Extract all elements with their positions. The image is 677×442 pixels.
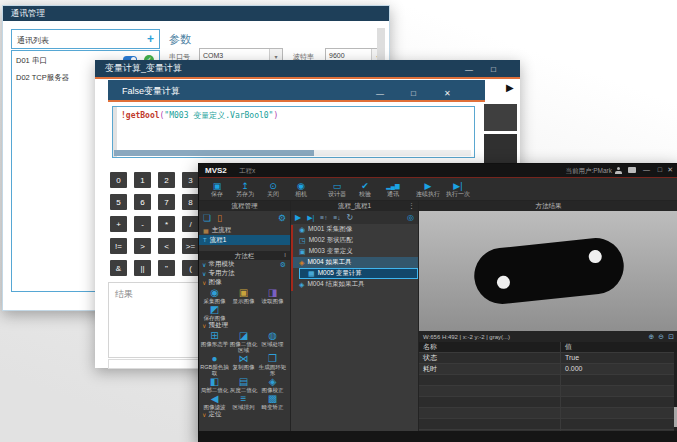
fit-view-icon[interactable]: ⊡ xyxy=(668,333,674,341)
toolbar-run-once-button[interactable]: ▶| 执行一次 xyxy=(444,181,472,198)
sort-up-icon[interactable]: ≡↑ xyxy=(320,214,327,221)
calc-key[interactable]: 6 xyxy=(134,194,151,210)
chevron-open-icon: ∨ xyxy=(202,261,206,268)
minimize-button[interactable]: — xyxy=(643,166,650,173)
tool-binarize-region[interactable]: ◪ 图像二值化区域 xyxy=(229,330,258,353)
comm-titlebar[interactable]: 通讯管理 xyxy=(3,6,389,21)
maximize-button[interactable]: □ xyxy=(411,83,416,105)
close-button[interactable]: ✕ xyxy=(667,166,673,174)
calc-key[interactable]: / xyxy=(182,216,199,232)
maximize-button[interactable]: □ xyxy=(491,61,496,78)
calc-key[interactable]: + xyxy=(110,216,127,232)
calc-key[interactable]: >= xyxy=(182,238,199,254)
calc-key[interactable]: & xyxy=(110,260,127,276)
display-image-icon: ▣ xyxy=(229,287,258,298)
tool-read-image[interactable]: ◨ 读取图像 xyxy=(258,287,287,304)
calc-key[interactable]: != xyxy=(110,238,127,254)
loop-icon[interactable]: ↻ xyxy=(346,213,353,222)
run-flow-icon[interactable]: ▶ xyxy=(295,213,301,222)
tool-rgb-extract[interactable]: ● RGB颜色抽取 xyxy=(200,353,229,376)
calc-key[interactable]: " xyxy=(158,260,175,276)
section-common-modules[interactable]: ∨ 常用模块 ⚙ xyxy=(199,260,290,269)
calc-key[interactable]: 3 xyxy=(182,172,199,188)
tool-image-filter[interactable]: ◀ 图像滤波 xyxy=(200,393,229,410)
run-once-icon[interactable]: ▶| xyxy=(307,214,314,222)
table-row[interactable]: 状态 True xyxy=(419,353,677,364)
tool-distortion-correct[interactable]: ▩ 畸变矫正 xyxy=(258,393,287,410)
inner-calc-titlebar[interactable]: False变量计算 — □ ✕ xyxy=(108,80,485,102)
calc-key[interactable]: || xyxy=(134,260,151,276)
hscroll-thumb[interactable] xyxy=(114,150,314,156)
zoom-out-icon[interactable]: ⊖ xyxy=(658,333,664,341)
tool-morphology[interactable]: ⊞ 图像形态学 xyxy=(200,330,229,353)
section-image[interactable]: ∨ 图像 xyxy=(199,278,290,287)
collapse-icon[interactable]: I xyxy=(284,251,286,260)
image-correct-icon: ◈ xyxy=(258,376,287,387)
inspected-part xyxy=(471,235,626,306)
tool-display-image[interactable]: ▣ 显示图像 xyxy=(229,287,258,304)
tool-gray-binarize[interactable]: ▤ 灰度二值化 xyxy=(229,376,258,393)
toolbar-save-button[interactable]: ▣ 保存 xyxy=(204,181,230,198)
run-expression-button[interactable]: ▶ xyxy=(506,82,514,93)
toolbar-run-continuous-button[interactable]: ▶ 连续执行 xyxy=(414,181,442,198)
calc-titlebar[interactable]: 变量计算_变量计算 — □ xyxy=(95,60,520,79)
gear-icon[interactable]: ⚙ xyxy=(280,261,286,269)
maximize-button[interactable]: □ xyxy=(658,166,662,173)
flow-step-selected[interactable]: ▦ M005 变量计算 xyxy=(299,268,418,279)
section-locate[interactable]: ∨ 定位 xyxy=(199,410,290,419)
flow-step-if[interactable]: ◈ M004 如果工具 xyxy=(291,257,418,268)
tree-item-main-flow[interactable]: ▦ 主流程 xyxy=(199,225,290,235)
tool-local-binarize[interactable]: ◧ 局部二值化 xyxy=(200,376,229,393)
expression-editor[interactable]: !getBool("M003 变量定义.VarBool0") xyxy=(112,106,475,158)
toolbar-verify-button[interactable]: ✔ 校验 xyxy=(352,181,378,198)
toolbar-designer-button[interactable]: ▭ 设计器 xyxy=(324,181,350,198)
flow-step[interactable]: ◉ M001 采集图像 xyxy=(291,224,418,235)
tool-save-image[interactable]: ◩ 保存图像 xyxy=(200,304,229,321)
toolbar-camera-button[interactable]: ◉ 相机 xyxy=(288,181,314,198)
calc-key[interactable]: ( xyxy=(182,260,199,276)
copy-flow-icon[interactable]: ❏ xyxy=(203,213,211,223)
user-icon[interactable] xyxy=(615,167,622,174)
tool-acquire-image[interactable]: ◉ 采集图像 xyxy=(200,287,229,304)
section-special-methods[interactable]: ∨ 专用方法 xyxy=(199,269,290,278)
calc-key[interactable]: 7 xyxy=(158,194,175,210)
calc-key[interactable]: 8 xyxy=(182,194,199,210)
close-button[interactable]: ✕ xyxy=(444,83,451,105)
tool-image-correct[interactable]: ◈ 图像校正 xyxy=(258,376,287,393)
minimize-button[interactable]: — xyxy=(376,83,384,105)
calc-key[interactable]: 2 xyxy=(158,172,175,188)
calc-key[interactable]: > xyxy=(134,238,151,254)
mvs2-titlebar[interactable]: MVS2 工程x 当前用户:PMark — □ ✕ xyxy=(199,164,677,178)
section-preprocess[interactable]: ∨ 预处理 xyxy=(199,321,290,330)
minimize-button[interactable]: — xyxy=(465,61,473,78)
calc-key[interactable]: - xyxy=(134,216,151,232)
editor-hscrollbar[interactable] xyxy=(114,150,471,156)
more-icon[interactable]: ⋮ xyxy=(408,201,415,211)
folder-icon[interactable] xyxy=(628,167,636,173)
zoom-in-icon[interactable]: ⊕ xyxy=(648,333,654,341)
toolbar-comm-button[interactable]: ▂▄▆ 通讯 xyxy=(380,181,406,198)
calc-key[interactable]: 1 xyxy=(134,172,151,188)
tool-make-ring-rect[interactable]: ❐ 生成圆环矩形 xyxy=(258,353,287,376)
delete-flow-icon[interactable]: ▯ xyxy=(217,213,222,223)
image-viewer[interactable] xyxy=(419,211,677,331)
calc-key[interactable]: * xyxy=(158,216,175,232)
flow-step[interactable]: ◳ M002 形状匹配 xyxy=(291,235,418,246)
flow-manager-toolbar: ❏ ▯ ⚙ xyxy=(199,211,290,225)
tool-region-arrange[interactable]: ≡ 区域排列 xyxy=(229,393,258,410)
flow-step[interactable]: ◈ M004 结束如果工具 xyxy=(291,279,418,290)
sort-down-icon[interactable]: ≡↓ xyxy=(333,214,340,221)
table-row[interactable]: 耗时 0.000 xyxy=(419,364,677,375)
flow-step[interactable]: ▣ M003 变量定义 xyxy=(291,246,418,257)
add-connection-button[interactable]: + xyxy=(147,32,154,46)
record-icon[interactable]: ◎ xyxy=(407,213,414,222)
tree-item-flow1[interactable]: T 流程1 xyxy=(199,235,290,245)
gear-icon[interactable]: ⚙ xyxy=(278,213,286,223)
calc-key[interactable]: 0 xyxy=(110,172,127,188)
toolbar-save-as-button[interactable]: ↥ 另存为 xyxy=(232,181,258,198)
tool-region-process[interactable]: ◍ 区域处理 xyxy=(258,330,287,353)
tool-copy-image[interactable]: ⋈ 复制图像 xyxy=(229,353,258,376)
calc-key[interactable]: 5 xyxy=(110,194,127,210)
calc-key[interactable]: < xyxy=(158,238,175,254)
toolbar-close-button[interactable]: ⊙ 关闭 xyxy=(260,181,286,198)
